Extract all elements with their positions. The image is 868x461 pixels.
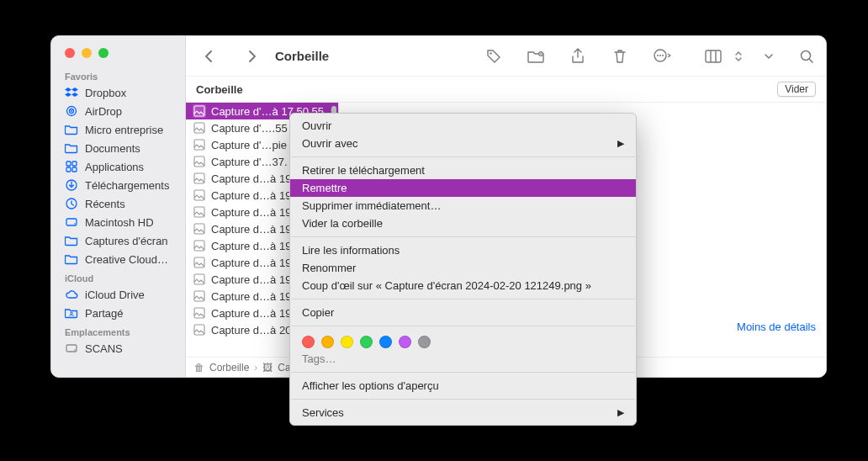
svg-rect-29 (194, 156, 204, 167)
svg-rect-26 (194, 106, 204, 116)
svg-rect-35 (194, 257, 204, 268)
tag-color-dot[interactable] (360, 336, 373, 348)
context-menu-label: Ouvrir (302, 119, 331, 132)
context-menu-item[interactable]: Ouvrir avec▶ (290, 135, 636, 152)
sidebar-item[interactable]: Dropbox (51, 83, 185, 102)
view-columns-icon[interactable] (705, 47, 723, 66)
share-icon[interactable] (569, 47, 587, 66)
cloud-icon (65, 288, 78, 301)
file-image-icon (193, 155, 206, 168)
trash-icon[interactable] (611, 47, 629, 66)
sidebar-item[interactable]: iCloud Drive (51, 285, 185, 304)
sidebar-item-label: Macintosh HD (85, 216, 154, 229)
svg-point-10 (74, 223, 76, 225)
svg-rect-6 (72, 167, 77, 172)
sidebar-item[interactable]: Micro entreprise (51, 120, 185, 139)
tag-color-dot[interactable] (418, 336, 431, 348)
more-icon[interactable] (653, 47, 671, 66)
context-menu-item[interactable]: Afficher les options d'aperçu (290, 377, 636, 395)
file-image-icon (193, 306, 206, 320)
sidebar-item-label: AirDrop (85, 105, 122, 118)
sidebar-item[interactable]: Applications (51, 157, 185, 176)
svg-rect-37 (194, 291, 204, 301)
svg-rect-39 (194, 325, 204, 335)
sidebar-item[interactable]: Documents (51, 139, 185, 157)
sidebar-item[interactable]: Creative Cloud… (51, 250, 185, 268)
file-image-icon (193, 188, 206, 202)
context-menu-item[interactable]: Retirer le téléchargement (290, 162, 636, 179)
shared-icon (65, 306, 78, 320)
back-button[interactable] (199, 47, 218, 66)
sidebar-section-title: iCloud (51, 268, 185, 285)
context-menu-item[interactable]: Tags… (290, 350, 636, 368)
sidebar-item[interactable]: Captures d'écran (51, 231, 185, 250)
svg-rect-5 (66, 167, 71, 172)
tag-color-dot[interactable] (321, 336, 334, 348)
separator (291, 326, 635, 326)
context-menu-label: Afficher les options d'aperçu (302, 379, 439, 392)
sidebar-item[interactable]: AirDrop (51, 102, 185, 120)
context-menu: OuvrirOuvrir avec▶Retirer le téléchargem… (289, 113, 637, 426)
toolbar: Corbeille (186, 36, 826, 77)
context-menu-label: Retirer le téléchargement (302, 164, 425, 177)
sidebar-item[interactable]: Téléchargements (51, 176, 185, 194)
chevron-right-icon: ▶ (617, 138, 624, 149)
sidebar-item-label: iCloud Drive (85, 289, 145, 301)
folder-icon (65, 141, 78, 155)
svg-point-18 (657, 55, 659, 56)
zoom-window-button[interactable] (98, 48, 108, 58)
context-menu-item[interactable]: Lire les informations (290, 241, 636, 259)
tag-color-dot[interactable] (379, 336, 392, 348)
svg-line-25 (810, 59, 813, 62)
svg-rect-32 (194, 207, 204, 217)
sidebar-item[interactable]: Récents (51, 194, 185, 213)
svg-point-24 (802, 50, 811, 60)
folder-action-icon[interactable] (527, 47, 545, 66)
chevron-down-icon[interactable] (764, 47, 774, 66)
path-item[interactable]: Corbeille (209, 362, 249, 374)
view-options-chevron-icon[interactable] (733, 47, 744, 66)
sidebar-item[interactable]: SCANS (51, 339, 185, 358)
context-menu-item[interactable]: Services▶ (290, 404, 636, 421)
context-menu-label: Supprimer immédiatement… (302, 199, 441, 212)
context-menu-item[interactable]: Vider la corbeille (290, 215, 636, 232)
file-image-icon (193, 104, 206, 118)
forward-button[interactable] (243, 47, 262, 66)
context-menu-item[interactable]: Supprimer immédiatement… (290, 197, 636, 215)
dropbox-icon (65, 86, 78, 99)
svg-rect-21 (706, 50, 721, 62)
image-icon: 🖼 (262, 362, 273, 374)
svg-rect-12 (66, 345, 77, 352)
search-icon[interactable] (797, 47, 816, 66)
tag-icon[interactable] (484, 47, 503, 66)
svg-rect-31 (194, 190, 204, 200)
context-menu-item[interactable]: Coup d'œil sur « Capture d'écran 2024-02… (290, 277, 636, 294)
svg-point-20 (662, 55, 664, 56)
file-image-icon (193, 273, 206, 286)
svg-point-14 (490, 52, 491, 54)
context-menu-label: Ouvrir avec (302, 137, 357, 150)
sidebar-item-label: Micro entreprise (85, 124, 163, 136)
close-window-button[interactable] (65, 48, 75, 58)
empty-trash-button[interactable]: Vider (777, 82, 816, 97)
context-menu-item[interactable]: Copier (290, 304, 636, 321)
minimize-window-button[interactable] (82, 48, 92, 58)
context-menu-label: Lire les informations (302, 244, 400, 257)
folder-icon (65, 234, 78, 247)
sidebar-item[interactable]: Partagé (51, 304, 185, 322)
file-image-icon (193, 222, 206, 236)
svg-point-11 (71, 312, 73, 315)
context-menu-label: Services (302, 406, 344, 419)
tag-color-dot[interactable] (341, 336, 353, 348)
file-image-icon (193, 205, 206, 219)
details-toggle-link[interactable]: Moins de détails (737, 321, 816, 333)
context-menu-item[interactable]: Renommer (290, 259, 636, 277)
tag-color-dot[interactable] (302, 336, 315, 348)
svg-rect-33 (194, 224, 204, 234)
sidebar-item-label: Creative Cloud… (85, 253, 168, 266)
context-menu-item[interactable]: Ouvrir (290, 117, 636, 135)
tag-color-dot[interactable] (399, 336, 411, 348)
sidebar-item[interactable]: Macintosh HD (51, 213, 185, 231)
separator (291, 299, 635, 299)
context-menu-item[interactable]: Remettre (290, 179, 636, 197)
